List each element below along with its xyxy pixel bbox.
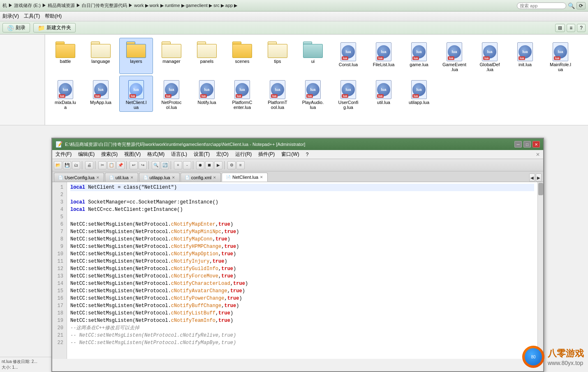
np-tb-save[interactable]: 💾	[63, 161, 71, 169]
np-tb-copy[interactable]: 📋	[107, 161, 116, 169]
np-window-controls: ─ □ ✕	[514, 141, 540, 148]
file-netprotocol-lua[interactable]: lualua NetProtocol.lua	[155, 76, 188, 112]
refresh-button[interactable]: ⟳	[576, 2, 586, 9]
file-size: 大小: 1...	[2, 365, 50, 370]
file-userconfig-lua[interactable]: lualua UserConfig.lua	[331, 76, 365, 112]
new-folder-button[interactable]: 📁 新建文件夹	[33, 23, 76, 32]
np-tb-redo[interactable]: ↪	[139, 161, 147, 169]
np-tb-sep1	[82, 161, 83, 169]
help-button[interactable]: ?	[577, 24, 586, 32]
folder-layers[interactable]: layers	[119, 38, 153, 74]
np-tab-userconfig-close[interactable]: ✕	[96, 176, 100, 180]
view-list-icon[interactable]: ≡	[567, 24, 575, 32]
np-tab-prev[interactable]: ◀	[529, 173, 535, 182]
np-tab-userconfig[interactable]: 📄 UserConfig.lua ✕	[54, 173, 104, 182]
np-tb-cut[interactable]: ✂	[98, 161, 106, 169]
np-tab-utilapp[interactable]: 📄 utilapp.lua ✕	[139, 173, 180, 182]
burn-icon: 💿	[7, 25, 14, 31]
file-grid: battle language layers manager	[45, 35, 588, 125]
search-input[interactable]	[517, 2, 566, 9]
bottom-bar: nt.lua 修改日期: 2... 大小: 1...	[0, 357, 51, 372]
np-tb-macro-rec[interactable]: ⏺	[196, 161, 204, 169]
np-tab-config-icon: 📄	[185, 176, 190, 180]
file-game-lua[interactable]: lualua game.lua	[402, 38, 436, 74]
file-mainrole-lua[interactable]: lualua MainRole.lua	[544, 38, 577, 74]
np-tab-config-close[interactable]: ✕	[213, 176, 216, 180]
file-notify-lua[interactable]: lualua Notify.lua	[190, 76, 224, 112]
minimize-button[interactable]: ─	[514, 141, 522, 148]
np-tab-config[interactable]: 📄 config.xml ✕	[181, 173, 221, 182]
np-tab-netclient[interactable]: 📄 NetClient.lua ✕	[222, 173, 268, 182]
wm-url-text: www.80yx.top	[548, 360, 584, 366]
file-netclient-lua[interactable]: lualua NetClient.lua	[119, 76, 153, 112]
explorer-menu-bar: 刻录(V) 工具(T) 帮助(H)	[0, 12, 588, 21]
np-tab-userconfig-icon: 📄	[58, 176, 63, 180]
close-button[interactable]: ✕	[532, 141, 540, 148]
np-menu-plugins[interactable]: 插件(P)	[257, 151, 276, 158]
folder-manager[interactable]: manager	[155, 38, 188, 74]
np-menu-file[interactable]: 文件(F)	[54, 151, 73, 158]
np-menu-window[interactable]: 窗口(W)	[280, 151, 301, 158]
np-tab-util[interactable]: 📄 util.lua ✕	[105, 173, 138, 182]
file-utilapp-lua[interactable]: lualua utilapp.lua	[402, 76, 436, 112]
np-tb-replace[interactable]: 🔄	[161, 161, 169, 169]
np-tb-extra2[interactable]: ≡	[236, 161, 245, 169]
np-tb-zoom-out[interactable]: -	[183, 161, 191, 169]
np-code[interactable]: local NetClient = class("NetClient")loca…	[67, 182, 537, 359]
np-menu-settings[interactable]: 设置(T)	[192, 151, 211, 158]
folder-battle[interactable]: battle	[49, 38, 82, 74]
np-menu-search[interactable]: 搜索(S)	[100, 151, 119, 158]
np-tb-macro-play[interactable]: ▶	[214, 161, 222, 169]
np-tab-next[interactable]: ▶	[536, 173, 542, 182]
watermark: 80 八零游戏 www.80yx.top	[522, 346, 584, 368]
folder-ui[interactable]: ui	[296, 38, 330, 74]
folder-tips[interactable]: tips	[261, 38, 294, 74]
file-platformtool-lua[interactable]: lualua PlatformTool.lua	[261, 76, 294, 112]
file-filelist-lua[interactable]: lualua FileList.lua	[367, 38, 400, 74]
np-tb-macro-stop[interactable]: ⏹	[205, 161, 213, 169]
np-tb-find[interactable]: 🔍	[152, 161, 160, 169]
file-init-lua[interactable]: lualua init.lua	[508, 38, 542, 74]
menu-item-burn[interactable]: 刻录(V)	[2, 13, 19, 20]
sidebar	[0, 35, 45, 125]
np-tb-sep4	[148, 161, 150, 169]
folder-language[interactable]: language	[84, 38, 118, 74]
view-large-icon[interactable]: ⊞	[555, 24, 565, 32]
np-tb-open[interactable]: 📂	[54, 161, 62, 169]
np-tb-paste[interactable]: 📌	[116, 161, 125, 169]
menu-item-help[interactable]: 帮助(H)	[45, 13, 62, 20]
folder-scenes[interactable]: scenes	[225, 38, 259, 74]
np-menu-edit[interactable]: 编辑(E)	[76, 151, 96, 158]
file-globaldef-lua[interactable]: lualua GlobalDef.lua	[473, 38, 507, 74]
np-menu-run[interactable]: 运行(R)	[234, 151, 254, 158]
np-tab-utilapp-icon: 📄	[144, 176, 148, 180]
np-menu-format[interactable]: 格式(M)	[146, 151, 166, 158]
np-scrollbar-vertical[interactable]	[537, 182, 543, 359]
file-playaudio-lua[interactable]: lualua PlayAudio.lua	[296, 76, 330, 112]
folder-panels[interactable]: panels	[190, 38, 224, 74]
np-menu-lang[interactable]: 语言(L)	[169, 151, 189, 158]
file-gameevent-lua[interactable]: lualua GameEvent.lua	[438, 38, 471, 74]
np-menu-view[interactable]: 视图(V)	[123, 151, 142, 158]
np-tb-undo[interactable]: ↩	[130, 161, 138, 169]
search-icon[interactable]: 🔍	[568, 2, 575, 9]
np-tb-extra1[interactable]: ⚙	[227, 161, 236, 169]
file-myapp-lua[interactable]: lualua MyApp.lua	[84, 76, 118, 112]
np-menu-close[interactable]: ✕	[534, 152, 542, 157]
file-mixdata-lua[interactable]: lualua mixData.lua	[49, 76, 82, 112]
np-tb-zoom-in[interactable]: +	[174, 161, 182, 169]
np-menu-macro[interactable]: 宏(O)	[215, 151, 230, 158]
np-tb-print[interactable]: 🖨	[85, 161, 93, 169]
burn-button[interactable]: 💿 刻录	[2, 23, 30, 32]
file-util-lua[interactable]: lualua util.lua	[367, 76, 400, 112]
file-const-lua[interactable]: lualua Const.lua	[331, 38, 365, 74]
np-tab-util-close[interactable]: ✕	[130, 176, 134, 180]
np-tab-netclient-close[interactable]: ✕	[260, 175, 263, 179]
maximize-button[interactable]: □	[523, 141, 531, 148]
file-platformcenter-lua[interactable]: lualua PlatformCenter.lua	[225, 76, 259, 112]
np-tb-saveall[interactable]: 🗂	[72, 161, 80, 169]
np-titlebar: 📝 E:\精品商城资源\白日门传奇完整源代码\work\work\runtime…	[52, 139, 543, 150]
menu-item-tools[interactable]: 工具(T)	[24, 13, 40, 20]
np-menu-help[interactable]: ?	[304, 152, 310, 157]
np-tab-utilapp-close[interactable]: ✕	[172, 176, 175, 180]
